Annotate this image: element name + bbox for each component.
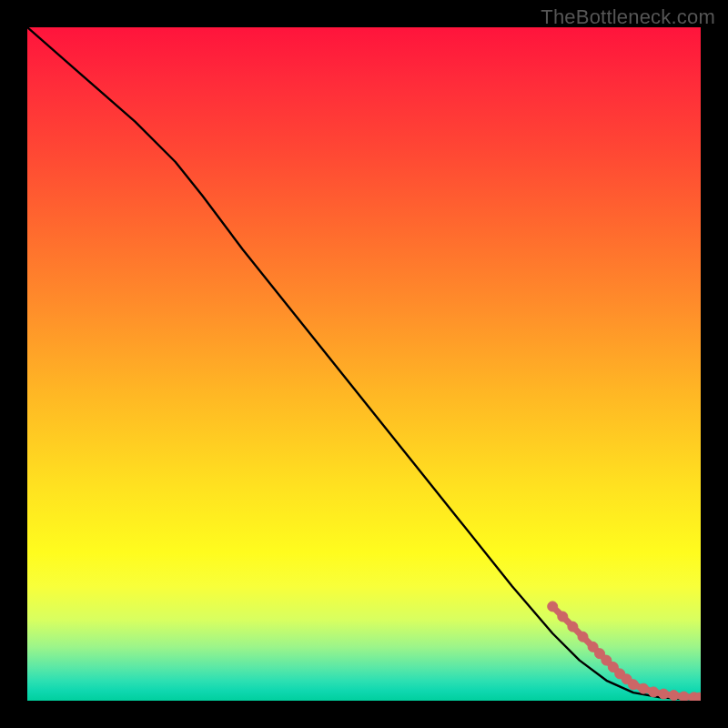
svg-point-19 <box>568 622 578 632</box>
watermark-text: TheBottleneck.com <box>541 5 715 29</box>
svg-point-31 <box>669 691 679 701</box>
main-curve <box>27 27 701 700</box>
svg-point-29 <box>649 687 659 697</box>
svg-point-20 <box>578 632 588 642</box>
svg-point-32 <box>679 692 689 701</box>
svg-point-18 <box>558 612 568 622</box>
plot-svg <box>27 27 701 701</box>
svg-point-27 <box>629 680 639 690</box>
svg-point-30 <box>659 689 669 699</box>
chart-frame: TheBottleneck.com <box>0 0 728 728</box>
svg-point-17 <box>548 602 558 612</box>
plot-area <box>27 27 701 701</box>
svg-point-28 <box>639 683 649 693</box>
